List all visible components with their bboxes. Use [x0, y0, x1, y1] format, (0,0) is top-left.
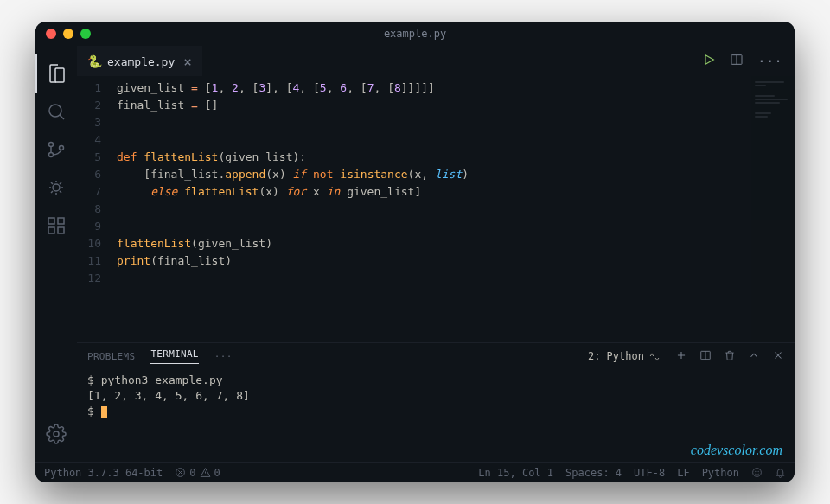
main-area: 🐍 example.py × ··· 123456789101112 given… — [35, 46, 795, 462]
dropdown-icon: ⌃⌄ — [649, 352, 660, 361]
svg-rect-8 — [58, 218, 64, 224]
status-language[interactable]: Python — [702, 467, 739, 479]
python-file-icon: 🐍 — [87, 54, 102, 68]
status-spaces[interactable]: Spaces: 4 — [565, 467, 622, 479]
titlebar: example.py — [35, 22, 795, 46]
svg-point-3 — [60, 146, 64, 150]
line-numbers: 123456789101112 — [77, 76, 117, 342]
maximize-window-button[interactable] — [80, 29, 91, 39]
tab-example-py[interactable]: 🐍 example.py × — [77, 46, 202, 76]
tab-label: example.py — [107, 55, 175, 68]
svg-rect-5 — [48, 218, 54, 224]
status-problems[interactable]: 0 0 — [175, 467, 220, 479]
terminal-selector[interactable]: 2: Python ⌃⌄ — [584, 348, 663, 364]
tabs-row: 🐍 example.py × ··· — [77, 46, 795, 76]
minimize-window-button[interactable] — [63, 29, 73, 39]
svg-point-13 — [753, 469, 762, 477]
close-panel-icon[interactable] — [772, 349, 784, 364]
editor-group: 🐍 example.py × ··· 123456789101112 given… — [77, 46, 795, 462]
extensions-icon[interactable] — [35, 207, 77, 245]
svg-rect-7 — [58, 227, 64, 233]
debug-icon[interactable] — [35, 169, 77, 207]
editor-body[interactable]: 123456789101112 given_list = [1, 2, [3],… — [77, 76, 795, 342]
explorer-icon[interactable] — [35, 54, 77, 93]
close-window-button[interactable] — [46, 29, 56, 39]
status-eol[interactable]: LF — [677, 467, 689, 479]
svg-point-15 — [758, 471, 759, 472]
kill-terminal-icon[interactable] — [724, 349, 736, 364]
panel-tab-problems[interactable]: PROBLEMS — [87, 351, 135, 362]
panel-tab-terminal[interactable]: TERMINAL — [150, 348, 198, 364]
editor-actions: ··· — [702, 53, 795, 70]
svg-rect-6 — [48, 227, 54, 233]
code-area[interactable]: given_list = [1, 2, [3], [4, [5, 6, [7, … — [117, 76, 751, 342]
source-control-icon[interactable] — [35, 131, 77, 169]
more-actions-icon[interactable]: ··· — [757, 53, 782, 69]
traffic-lights — [46, 29, 91, 39]
panel-tab-more[interactable]: ··· — [214, 351, 233, 362]
panel-tabs: PROBLEMS TERMINAL ··· 2: Python ⌃⌄ — [77, 343, 795, 369]
split-terminal-icon[interactable] — [699, 349, 712, 364]
status-bell-icon[interactable] — [775, 467, 786, 478]
settings-gear-icon[interactable] — [35, 415, 77, 453]
panel: PROBLEMS TERMINAL ··· 2: Python ⌃⌄ — [77, 342, 795, 462]
status-python-interpreter[interactable]: Python 3.7.3 64-bit — [44, 467, 163, 479]
maximize-panel-icon[interactable] — [748, 349, 760, 364]
svg-point-2 — [49, 153, 54, 157]
svg-point-0 — [49, 105, 61, 117]
status-encoding[interactable]: UTF-8 — [634, 467, 665, 479]
svg-point-9 — [54, 431, 59, 437]
close-tab-icon[interactable]: × — [183, 54, 192, 70]
terminal-body[interactable]: $ python3 example.py[1, 2, 3, 4, 5, 6, 7… — [77, 369, 795, 462]
search-icon[interactable] — [35, 93, 77, 131]
window-title: example.py — [384, 28, 446, 40]
split-editor-icon[interactable] — [730, 53, 744, 70]
svg-point-4 — [53, 184, 60, 191]
watermark: codevscolor.com — [691, 443, 782, 458]
svg-point-1 — [49, 143, 54, 147]
run-button[interactable] — [702, 53, 716, 70]
activity-bar — [35, 46, 77, 462]
status-feedback-icon[interactable] — [751, 467, 763, 478]
vscode-window: example.py — [35, 22, 795, 482]
status-ln-col[interactable]: Ln 15, Col 1 — [478, 467, 553, 479]
minimap[interactable] — [751, 76, 795, 342]
status-bar: Python 3.7.3 64-bit 0 0 Ln 15, Col 1 Spa… — [35, 462, 795, 482]
svg-point-14 — [756, 471, 757, 472]
new-terminal-icon[interactable] — [675, 349, 687, 364]
